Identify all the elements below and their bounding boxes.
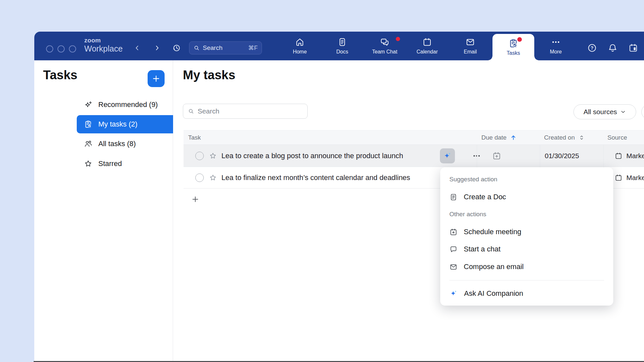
add-due-date-button[interactable] [492, 151, 501, 160]
sort-ascending-icon [510, 134, 517, 141]
history-icon [172, 44, 181, 53]
my-tasks-panel: My tasks All sources Task Due date Creat… [173, 60, 644, 362]
tab-corner-right [534, 56, 539, 60]
suggested-actions-menu: Suggested action Create a Doc Other acti… [440, 167, 613, 306]
more-ellipsis-icon [551, 37, 561, 47]
menu-item-start-chat[interactable]: Start a chat [440, 240, 613, 258]
calendar-icon [615, 152, 622, 160]
calendar-plus-icon [449, 228, 458, 236]
column-header-created-on[interactable]: Created on [544, 130, 585, 144]
calendar-panel-button[interactable] [628, 43, 638, 53]
menu-item-create-doc[interactable]: Create a Doc [440, 188, 613, 206]
nav-home-label: Home [293, 49, 307, 55]
sidebar-item-label: Recommended (9) [98, 100, 158, 109]
row-more-button[interactable] [472, 152, 481, 160]
table-header: Task Due date Created on Source [184, 130, 644, 145]
add-task-inline-button[interactable] [189, 193, 202, 206]
nav-docs-label: Docs [336, 49, 348, 55]
sidebar-title: Tasks [43, 68, 77, 82]
ai-companion-button[interactable] [440, 148, 455, 163]
sparkle-icon [84, 100, 92, 109]
menu-section-label: Suggested action [449, 176, 497, 183]
search-shortcut: ⌘F [248, 44, 258, 52]
window-control-2[interactable] [57, 45, 65, 53]
task-search[interactable] [183, 104, 308, 119]
team-chat-icon [380, 37, 390, 47]
task-source-label: Marketing [626, 174, 644, 182]
column-header-task: Task [188, 130, 201, 144]
nav-tasks-active-tab[interactable]: Tasks [492, 34, 534, 60]
people-icon [84, 140, 92, 148]
sources-filter-label: All sources [584, 108, 617, 116]
forward-button[interactable] [153, 44, 161, 52]
tasks-notification-dot [517, 37, 522, 42]
nav-more-label: More [550, 49, 562, 55]
plus-icon [191, 195, 200, 204]
task-title: Lea to create a blog post to announce th… [221, 152, 403, 160]
window-control-1[interactable] [46, 45, 53, 53]
task-checkbox[interactable] [195, 173, 204, 182]
nav-team-chat[interactable]: Team Chat [368, 32, 402, 60]
doc-icon [449, 193, 458, 201]
tab-corner-left [488, 56, 492, 60]
menu-section-label: Other actions [449, 211, 486, 218]
clipboard-check-icon [84, 120, 92, 128]
sources-filter-dropdown[interactable]: All sources [573, 104, 636, 119]
column-header-source: Source [607, 130, 627, 144]
nav-calendar-label: Calendar [417, 49, 438, 55]
nav-more[interactable]: More [539, 32, 573, 60]
bell-icon [608, 43, 618, 53]
menu-item-label: Start a chat [464, 245, 501, 253]
team-chat-notification-dot [396, 37, 400, 41]
created-on-label: Created on [544, 134, 575, 141]
tasks-sidebar: Tasks Recommended (9) [34, 60, 173, 362]
nav-team-chat-label: Team Chat [372, 49, 397, 55]
envelope-icon [449, 263, 458, 271]
window-control-3[interactable] [69, 45, 76, 53]
ai-sparkle-icon [449, 289, 458, 298]
global-search[interactable]: Search ⌘F [189, 41, 262, 54]
star-icon[interactable] [209, 174, 217, 182]
task-title: Lea to finalize next month’s content cal… [221, 173, 410, 182]
nav-docs[interactable]: Docs [325, 32, 359, 60]
nav-email[interactable]: Email [453, 32, 487, 60]
home-icon [295, 37, 305, 47]
menu-item-label: Schedule meeting [464, 228, 521, 236]
page-title: My tasks [183, 68, 235, 82]
due-date-label: Due date [481, 134, 507, 141]
workplace-logo: Workplace [84, 44, 123, 53]
menu-item-label: Create a Doc [464, 193, 506, 201]
top-navbar: zoom Workplace Search ⌘F Home [34, 32, 644, 60]
history-button[interactable] [172, 43, 181, 53]
menu-item-label: Ask AI Companion [464, 289, 523, 298]
tasks-icon [508, 38, 518, 48]
task-source: Marketing [615, 174, 644, 182]
menu-item-compose-email[interactable]: Compose an email [440, 258, 613, 276]
email-icon [465, 37, 475, 47]
star-icon[interactable] [209, 152, 217, 160]
docs-icon [337, 37, 347, 47]
add-task-button[interactable] [148, 70, 165, 87]
filter-button-partial[interactable] [641, 104, 644, 119]
ai-sparkle-icon [443, 151, 452, 160]
task-checkbox[interactable] [195, 152, 204, 160]
help-button[interactable]: ? [587, 43, 597, 53]
plus-icon [152, 74, 161, 83]
sidebar-item-label: All tasks (8) [98, 140, 136, 148]
notifications-button[interactable] [607, 43, 618, 53]
chevron-left-icon [134, 44, 141, 52]
column-header-due-date[interactable]: Due date [481, 130, 517, 144]
search-icon [188, 108, 194, 115]
nav-tasks-label: Tasks [507, 50, 520, 56]
menu-item-schedule-meeting[interactable]: Schedule meeting [440, 223, 613, 241]
nav-home[interactable]: Home [283, 32, 317, 60]
menu-divider [449, 280, 604, 280]
task-search-input[interactable] [198, 107, 303, 115]
sidebar-item-label: My tasks (2) [98, 120, 137, 128]
back-button[interactable] [133, 44, 141, 52]
menu-item-ask-ai-companion[interactable]: Ask AI Companion [440, 285, 613, 302]
star-icon [84, 159, 92, 168]
task-row[interactable]: Lea to create a blog post to announce th… [184, 145, 644, 167]
nav-calendar[interactable]: Calendar [410, 32, 444, 60]
task-source: Marketing [615, 152, 644, 160]
